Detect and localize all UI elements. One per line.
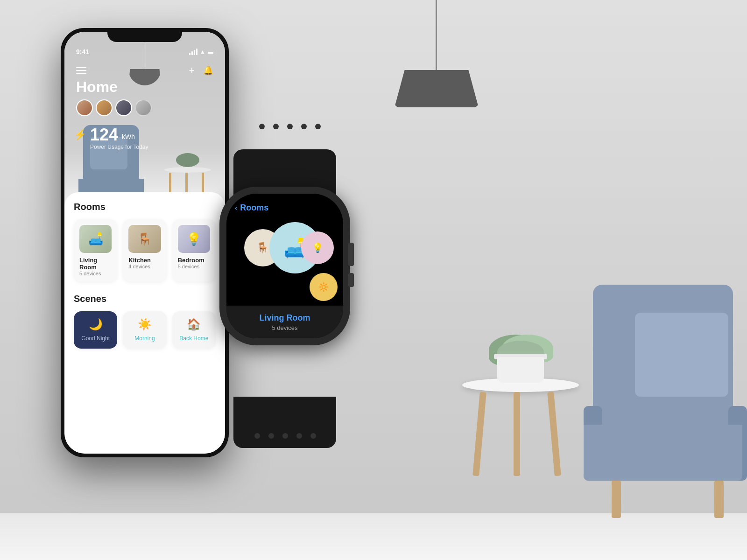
bedroom-image: 💡: [178, 225, 210, 253]
bedroom-room-devices: 5 devices: [178, 264, 210, 269]
band-hole-b5: [310, 433, 316, 439]
ceiling-lamp-shade-right: [395, 70, 479, 107]
kitchen-room-devices: 4 devices: [128, 264, 161, 269]
band-hole-2: [273, 124, 279, 129]
chair-leg1: [714, 481, 724, 518]
flower-pot: [490, 341, 551, 383]
scenes-section-title: Scenes: [74, 294, 216, 304]
pot-body: [497, 357, 544, 383]
watch-selected-room-name: Living Room: [235, 313, 335, 323]
phone-time: 9:41: [76, 48, 89, 56]
avatar-4[interactable]: [135, 99, 152, 116]
signal-bar-4: [196, 49, 197, 55]
band-holes-bottom: [254, 433, 316, 439]
phone-screen: 9:41 ▲ ▬: [64, 32, 225, 454]
bedroom-emoji-icon: 💡: [186, 232, 201, 246]
signal-bar-3: [194, 50, 195, 55]
band-hole-1: [259, 124, 265, 129]
band-hole-5: [315, 124, 321, 129]
band-hole-4: [301, 124, 307, 129]
watch-other-bubble[interactable]: 🔆: [310, 273, 338, 301]
sun-icon: ☀️: [127, 318, 162, 331]
add-button[interactable]: +: [189, 64, 195, 77]
mini-plant: [176, 153, 199, 167]
power-unit: kWh: [122, 133, 135, 140]
avatar-3[interactable]: [115, 99, 132, 116]
chair-cushion: [635, 313, 728, 397]
band-hole-b2: [268, 433, 274, 439]
watch-content: ‹ Rooms 🪑 🛋️ 💡 🔆: [226, 194, 343, 338]
table-leg-2: [514, 392, 520, 476]
rooms-grid: 🛋️ Living Room 5 devices 🪑 Kitchen 4 dev…: [74, 219, 216, 282]
battery-icon: ▬: [208, 49, 213, 55]
right-armchair: [570, 285, 747, 518]
good-night-label: Good Night: [81, 335, 110, 342]
watch-screen: ‹ Rooms 🪑 🛋️ 💡 🔆: [226, 194, 343, 338]
band-hole-3: [287, 124, 293, 129]
kitchen-image: 🪑: [128, 225, 161, 253]
phone-mockup: 9:41 ▲ ▬: [61, 28, 229, 457]
living-room-image: 🛋️: [79, 225, 112, 253]
band-hole-b3: [282, 433, 288, 439]
phone-nav-bar: + 🔔: [64, 64, 225, 77]
watch-selected-room-devices: 5 devices: [235, 324, 335, 331]
table-leg-3: [547, 392, 561, 476]
ceiling-wire-right-line: [436, 0, 437, 70]
sofa-emoji-icon: 🛋️: [88, 232, 103, 246]
power-label: Power Usage for Today: [90, 144, 148, 150]
phone-notch: [107, 28, 182, 42]
kitchen-bubble-icon: 🪑: [256, 242, 269, 254]
scene-good-night[interactable]: 🌙 Good Night: [74, 311, 117, 349]
house-icon: 🏠: [177, 318, 211, 331]
watch-bedroom-bubble[interactable]: 💡: [301, 231, 334, 264]
hamburger-menu-icon[interactable]: [76, 67, 86, 74]
moon-icon: 🌙: [78, 318, 113, 331]
mini-table-top: [164, 167, 211, 173]
chair-leg2: [612, 481, 621, 518]
watch-room-info: Living Room 5 devices: [226, 306, 343, 338]
room-card-kitchen[interactable]: 🪑 Kitchen 4 devices: [123, 219, 166, 282]
bell-button[interactable]: 🔔: [203, 65, 213, 76]
living-room-name: Living Room: [79, 257, 112, 271]
room-card-living[interactable]: 🛋️ Living Room 5 devices: [74, 219, 117, 282]
morning-label: Morning: [134, 335, 155, 342]
phone-status-bar: 9:41 ▲ ▬: [64, 48, 225, 56]
band-hole-b1: [254, 433, 260, 439]
back-home-label: Back Home: [179, 335, 208, 342]
avatar-1[interactable]: [76, 99, 93, 116]
hamburger-line-1: [76, 67, 86, 68]
watch-band-bottom: [233, 397, 336, 448]
watch-back-chevron-icon[interactable]: ‹: [235, 204, 237, 212]
watch-crown-button[interactable]: [348, 243, 354, 266]
bolt-icon: ⚡: [74, 129, 86, 141]
band-hole-b4: [296, 433, 302, 439]
hamburger-line-3: [76, 73, 86, 74]
room-card-bedroom[interactable]: 💡 Bedroom 5 devices: [172, 219, 216, 282]
band-holes-top: [259, 124, 321, 129]
chair-seat: [584, 425, 742, 481]
table-leg-1: [472, 392, 486, 476]
watch-side-button[interactable]: [348, 273, 354, 287]
phone-white-card: Rooms 🛋️ Living Room 5 devices 🪑 Kitchen: [64, 192, 225, 454]
scenes-grid: 🌙 Good Night ☀️ Morning 🏠 Back Home: [74, 311, 216, 349]
phone-scroll-content: Rooms 🛋️ Living Room 5 devices 🪑 Kitchen: [64, 192, 225, 358]
power-usage-section: ⚡ 124 kWh: [74, 125, 135, 145]
scene-back-home[interactable]: 🏠 Back Home: [172, 311, 216, 349]
kitchen-emoji-icon: 🪑: [137, 232, 152, 246]
power-value: 124: [90, 125, 118, 145]
signal-bars-icon: [189, 49, 197, 55]
other-bubble-icon: 🔆: [318, 282, 329, 292]
bedroom-room-name: Bedroom: [178, 257, 210, 264]
watch-rooms-title: Rooms: [240, 203, 268, 213]
living-room-devices: 5 devices: [79, 271, 112, 276]
wifi-icon: ▲: [200, 49, 205, 55]
apple-watch-mockup: ‹ Rooms 🪑 🛋️ 💡 🔆: [219, 187, 350, 411]
avatar-2[interactable]: [96, 99, 113, 116]
avatars-row: [76, 99, 152, 116]
signal-bar-1: [189, 53, 190, 55]
scene-morning[interactable]: ☀️ Morning: [123, 311, 166, 349]
nav-right-icons: + 🔔: [189, 64, 213, 77]
phone-status-icons: ▲ ▬: [189, 49, 213, 55]
home-title: Home: [76, 78, 118, 96]
rooms-section-title: Rooms: [74, 202, 216, 212]
